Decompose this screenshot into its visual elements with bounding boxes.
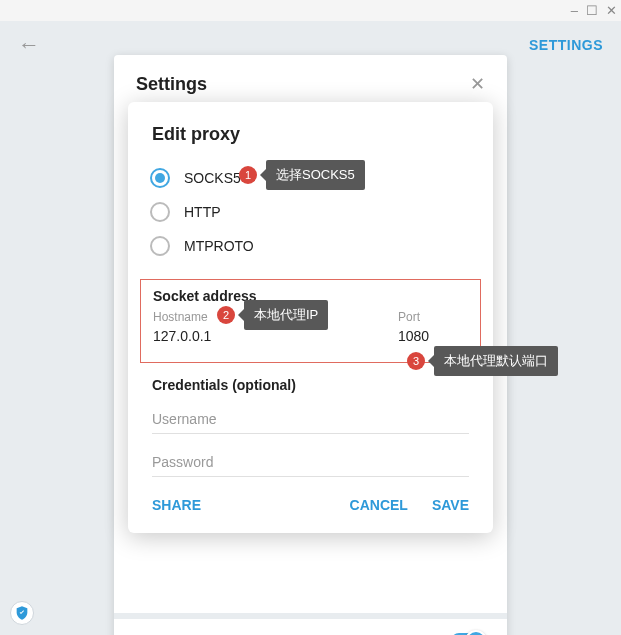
save-button[interactable]: SAVE (432, 497, 469, 513)
back-arrow-icon[interactable]: ← (18, 32, 40, 58)
annotation-tooltip-1: 选择SOCKS5 (266, 160, 365, 190)
radio-mtproto[interactable]: MTPROTO (150, 229, 471, 263)
annotation-badge-2: 2 (217, 306, 235, 324)
annotation-tooltip-2: 本地代理IP (244, 300, 328, 330)
modal-actions: SHARE CANCEL SAVE (128, 477, 493, 521)
minimize-button[interactable]: – (571, 4, 578, 17)
radio-label: SOCKS5 (184, 170, 241, 186)
password-input[interactable] (152, 448, 469, 477)
radio-label: MTPROTO (184, 238, 254, 254)
close-window-button[interactable]: ✕ (606, 4, 617, 17)
radio-icon (150, 202, 170, 222)
radio-icon (150, 168, 170, 188)
settings-link[interactable]: SETTINGS (529, 37, 603, 53)
port-field[interactable]: Port 1080 (398, 310, 468, 348)
port-value: 1080 (398, 326, 468, 348)
radio-icon (150, 236, 170, 256)
window-titlebar: – ☐ ✕ (0, 0, 621, 21)
port-label: Port (398, 310, 468, 324)
close-settings-button[interactable]: ✕ (470, 73, 485, 95)
modal-title: Edit proxy (128, 102, 493, 161)
interface-scale-row: Default interface scale (114, 613, 507, 635)
username-input[interactable] (152, 405, 469, 434)
radio-http[interactable]: HTTP (150, 195, 471, 229)
radio-label: HTTP (184, 204, 221, 220)
annotation-badge-3: 3 (407, 352, 425, 370)
credentials-title: Credentials (optional) (152, 377, 469, 393)
share-button[interactable]: SHARE (152, 497, 201, 513)
credentials-section: Credentials (optional) (128, 377, 493, 477)
shield-badge-icon (10, 601, 34, 625)
maximize-button[interactable]: ☐ (586, 4, 598, 17)
annotation-tooltip-3: 本地代理默认端口 (434, 346, 558, 376)
annotation-badge-1: 1 (239, 166, 257, 184)
settings-title: Settings (136, 74, 207, 95)
cancel-button[interactable]: CANCEL (350, 497, 408, 513)
